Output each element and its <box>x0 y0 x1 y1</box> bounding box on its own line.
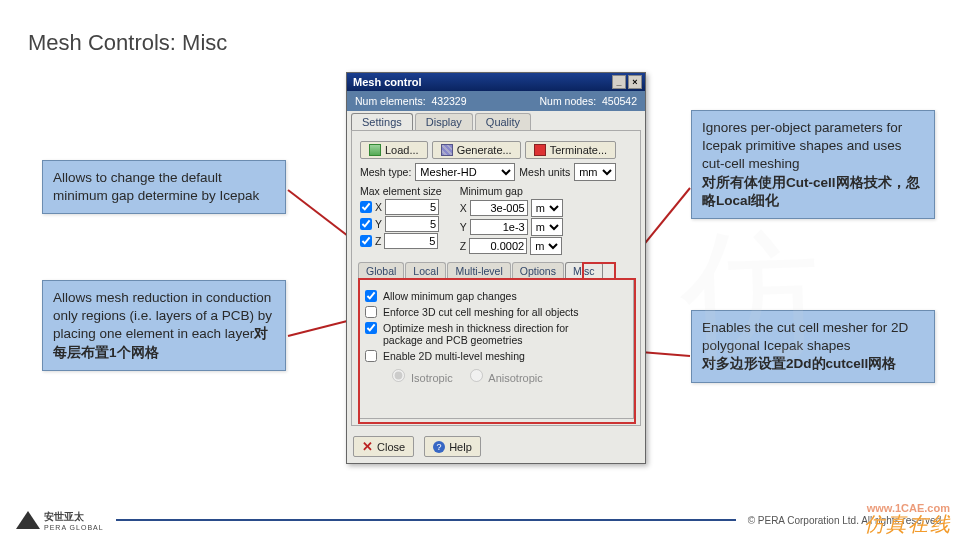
max-z-label: Z <box>375 235 381 247</box>
generate-button[interactable]: Generate... <box>432 141 521 159</box>
callout-text-cn: 对多边形设置2Dd的cutcell网格 <box>702 356 896 371</box>
callout-text-cn: 对所有体使用Cut-cell网格技术，忽略Local细化 <box>702 175 920 208</box>
close-window-button[interactable]: × <box>628 75 642 89</box>
watermark-text: 仿真在线 <box>864 511 952 538</box>
isotropic-label: Isotropic <box>411 372 453 384</box>
load-button[interactable]: Load... <box>360 141 428 159</box>
min-x-label: X <box>460 202 467 214</box>
brand-cn: 安世亚太 <box>44 510 104 524</box>
min-z-input[interactable] <box>469 238 527 254</box>
mesh-control-dialog: Mesh control _ × Num elements: 432329 Nu… <box>346 72 646 464</box>
triangle-icon <box>16 511 40 529</box>
help-button[interactable]: ?Help <box>424 436 481 457</box>
close-button[interactable]: ✕Close <box>353 436 414 457</box>
min-z-unit[interactable]: m <box>530 237 562 255</box>
max-y-checkbox[interactable] <box>360 218 372 230</box>
max-y-input[interactable] <box>385 216 439 232</box>
mesh-icon <box>441 144 453 156</box>
anisotropic-label: Anisotropic <box>488 372 542 384</box>
mesh-type-label: Mesh type: <box>360 166 411 178</box>
mesh-stats-bar: Num elements: 432329 Num nodes: 450542 <box>347 91 645 111</box>
terminate-button[interactable]: Terminate... <box>525 141 616 159</box>
callout-mesh-reduction: Allows mesh reduction in conduction only… <box>42 280 286 371</box>
settings-panel: Load... Generate... Terminate... Mesh ty… <box>351 130 641 426</box>
slide-title: Mesh Controls: Misc <box>28 30 227 56</box>
anisotropic-radio: Anisotropic <box>465 372 543 384</box>
max-x-input[interactable] <box>385 199 439 215</box>
minimize-button[interactable]: _ <box>612 75 626 89</box>
max-x-checkbox[interactable] <box>360 201 372 213</box>
num-nodes-label: Num nodes: <box>539 95 596 107</box>
dialog-titlebar[interactable]: Mesh control _ × <box>347 73 645 91</box>
close-label: Close <box>377 441 405 453</box>
min-x-unit[interactable]: m <box>531 199 563 217</box>
main-tabs: Settings Display Quality <box>351 113 641 130</box>
min-gap-label: Minimum gap <box>460 185 563 197</box>
enable-2d-label: Enable 2D multi-level meshing <box>383 350 525 362</box>
mesh-units-select[interactable]: mm <box>574 163 616 181</box>
mesh-units-label: Mesh units <box>519 166 570 178</box>
subtab-local[interactable]: Local <box>405 262 446 279</box>
mesh-type-select[interactable]: Mesher-HD <box>415 163 515 181</box>
subtab-global[interactable]: Global <box>358 262 404 279</box>
subtabs: Global Local Multi-level Options Misc <box>358 262 634 279</box>
slide-footer: 安世亚太 PERA GLOBAL © PERA Corporation Ltd.… <box>0 506 960 534</box>
misc-panel: Allow minimum gap changes Enforce 3D cut… <box>358 279 634 419</box>
num-nodes-value: 450542 <box>602 95 637 107</box>
min-gap-group: Minimum gap Xm Ym Zm <box>460 185 563 256</box>
callout-text: Enables the cut cell mesher for 2D polyg… <box>702 320 908 353</box>
stop-icon <box>534 144 546 156</box>
terminate-label: Terminate... <box>550 144 607 156</box>
tab-quality[interactable]: Quality <box>475 113 531 130</box>
min-y-label: Y <box>460 221 467 233</box>
callout-cutcell-2d: Enables the cut cell mesher for 2D polyg… <box>691 310 935 383</box>
help-icon: ? <box>433 441 445 453</box>
max-z-checkbox[interactable] <box>360 235 372 247</box>
max-x-label: X <box>375 201 382 213</box>
max-z-input[interactable] <box>384 233 438 249</box>
allow-min-gap-checkbox[interactable] <box>365 290 377 302</box>
callout-text: Allows mesh reduction in conduction only… <box>53 290 272 341</box>
brand-logo: 安世亚太 PERA GLOBAL <box>16 510 104 531</box>
num-elements-label: Num elements: <box>355 95 426 107</box>
dialog-title: Mesh control <box>350 76 610 88</box>
footer-divider <box>116 519 736 521</box>
subtab-misc[interactable]: Misc <box>565 262 603 279</box>
tab-display[interactable]: Display <box>415 113 473 130</box>
min-y-input[interactable] <box>470 219 528 235</box>
isotropic-radio: Isotropic <box>387 372 453 384</box>
callout-cutcell-3d: Ignores per-object parameters for Icepak… <box>691 110 935 219</box>
subtab-options[interactable]: Options <box>512 262 564 279</box>
close-icon: ✕ <box>362 439 373 454</box>
help-label: Help <box>449 441 472 453</box>
min-x-input[interactable] <box>470 200 528 216</box>
optimize-thickness-label: Optimize mesh in thickness direction for… <box>383 322 593 346</box>
tab-settings[interactable]: Settings <box>351 113 413 130</box>
min-y-unit[interactable]: m <box>531 218 563 236</box>
max-element-label: Max element size <box>360 185 442 197</box>
num-elements-value: 432329 <box>431 95 466 107</box>
brand-en: PERA GLOBAL <box>44 524 104 531</box>
enable-2d-checkbox[interactable] <box>365 350 377 362</box>
callout-min-gap: Allows to change the default minimum gap… <box>42 160 286 214</box>
generate-label: Generate... <box>457 144 512 156</box>
open-icon <box>369 144 381 156</box>
allow-min-gap-label: Allow minimum gap changes <box>383 290 517 302</box>
callout-text: Ignores per-object parameters for Icepak… <box>702 120 902 171</box>
enforce-3d-label: Enforce 3D cut cell meshing for all obje… <box>383 306 579 318</box>
max-element-group: Max element size X Y Z <box>360 185 442 250</box>
subtab-multilevel[interactable]: Multi-level <box>447 262 510 279</box>
optimize-thickness-checkbox[interactable] <box>365 322 377 334</box>
load-label: Load... <box>385 144 419 156</box>
max-y-label: Y <box>375 218 382 230</box>
enforce-3d-checkbox[interactable] <box>365 306 377 318</box>
min-z-label: Z <box>460 240 466 252</box>
